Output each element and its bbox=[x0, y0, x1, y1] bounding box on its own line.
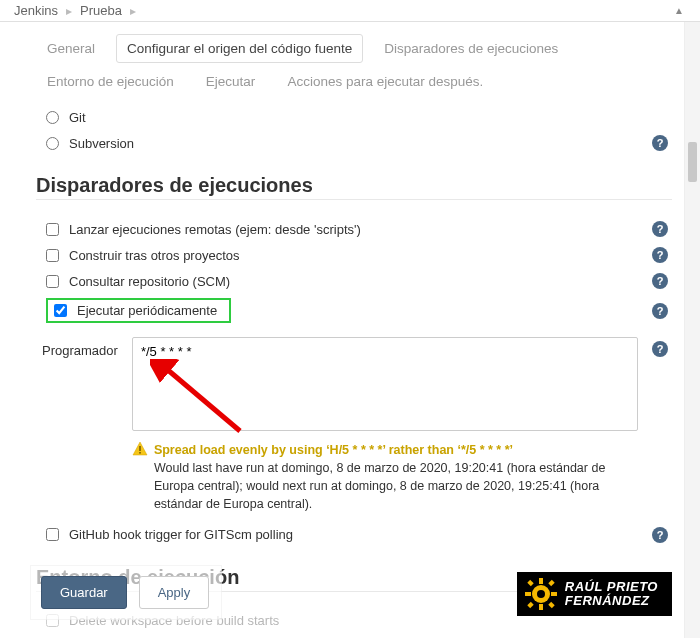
help-icon[interactable]: ? bbox=[652, 135, 668, 151]
svg-rect-10 bbox=[527, 602, 533, 608]
trigger-after-label: Construir tras otros proyectos bbox=[69, 248, 652, 263]
breadcrumb-root[interactable]: Jenkins bbox=[10, 3, 62, 18]
help-icon[interactable]: ? bbox=[652, 303, 668, 319]
help-icon[interactable]: ? bbox=[652, 273, 668, 289]
chevron-right-icon: ▸ bbox=[62, 4, 76, 18]
schedule-label: Programador bbox=[42, 337, 118, 358]
svg-rect-7 bbox=[551, 592, 557, 596]
author-logo: RAÚL PRIETO FERNÁNDEZ bbox=[517, 572, 672, 616]
svg-rect-4 bbox=[539, 578, 543, 584]
scm-svn-label: Subversion bbox=[69, 136, 652, 151]
trigger-periodic-row[interactable]: Ejecutar periódicamente ? bbox=[36, 294, 672, 327]
tab-execute[interactable]: Ejecutar bbox=[195, 67, 267, 96]
svg-rect-6 bbox=[525, 592, 531, 596]
trigger-periodic-label: Ejecutar periódicamente bbox=[77, 303, 223, 318]
scm-svn-row[interactable]: Subversion ? bbox=[36, 130, 672, 156]
trigger-remote-label: Lanzar ejecuciones remotas (ejem: desde … bbox=[69, 222, 652, 237]
save-button[interactable]: Guardar bbox=[41, 576, 127, 609]
svg-rect-11 bbox=[548, 602, 554, 608]
chevron-right-icon: ▸ bbox=[126, 4, 140, 18]
help-icon[interactable]: ? bbox=[652, 341, 668, 357]
tab-general[interactable]: General bbox=[36, 34, 106, 63]
trigger-poll-label: Consultar repositorio (SCM) bbox=[69, 274, 652, 289]
tab-post-actions[interactable]: Acciones para ejecutar después. bbox=[276, 67, 494, 96]
trigger-remote-checkbox[interactable] bbox=[46, 223, 59, 236]
svg-rect-2 bbox=[139, 452, 141, 454]
svg-rect-1 bbox=[139, 446, 141, 451]
scm-git-row[interactable]: Git bbox=[36, 104, 672, 130]
svg-rect-5 bbox=[539, 604, 543, 610]
vertical-scrollbar[interactable] bbox=[684, 22, 700, 638]
help-icon[interactable]: ? bbox=[652, 527, 668, 543]
help-icon[interactable]: ? bbox=[652, 247, 668, 263]
tab-triggers[interactable]: Disparadores de ejecuciones bbox=[373, 34, 569, 63]
tab-environment[interactable]: Entorno de ejecución bbox=[36, 67, 185, 96]
scm-git-radio[interactable] bbox=[46, 111, 59, 124]
periodic-highlight: Ejecutar periódicamente bbox=[46, 298, 231, 323]
apply-button[interactable]: Apply bbox=[139, 576, 210, 609]
tab-source[interactable]: Configurar el origen del código fuente bbox=[116, 34, 363, 63]
scm-git-label: Git bbox=[69, 110, 672, 125]
trigger-github-checkbox[interactable] bbox=[46, 528, 59, 541]
scm-svn-radio[interactable] bbox=[46, 137, 59, 150]
trigger-github-label: GitHub hook trigger for GITScm polling bbox=[69, 527, 652, 542]
scrollbar-thumb[interactable] bbox=[688, 142, 697, 182]
trigger-github-row[interactable]: GitHub hook trigger for GITScm polling ? bbox=[36, 522, 672, 548]
footer-actions: Guardar Apply bbox=[30, 565, 222, 620]
logo-line1: RAÚL PRIETO bbox=[565, 580, 658, 594]
breadcrumb: Jenkins ▸ Prueba ▸ ▲ bbox=[0, 0, 700, 22]
trigger-poll-row[interactable]: Consultar repositorio (SCM) ? bbox=[36, 268, 672, 294]
help-icon[interactable]: ? bbox=[652, 221, 668, 237]
svg-rect-9 bbox=[548, 580, 554, 586]
config-tabs: General Configurar el origen del código … bbox=[36, 22, 672, 104]
scroll-top-icon[interactable]: ▲ bbox=[670, 5, 690, 16]
trigger-after-checkbox[interactable] bbox=[46, 249, 59, 262]
logo-line2: FERNÁNDEZ bbox=[565, 594, 658, 608]
svg-point-12 bbox=[537, 590, 545, 598]
schedule-warning: Spread load evenly by using ‘H/5 * * * *… bbox=[132, 441, 638, 514]
trigger-remote-row[interactable]: Lanzar ejecuciones remotas (ejem: desde … bbox=[36, 216, 672, 242]
warning-icon bbox=[132, 441, 148, 457]
section-triggers-title: Disparadores de ejecuciones bbox=[36, 174, 672, 200]
trigger-periodic-checkbox[interactable] bbox=[54, 304, 67, 317]
warning-body: Would last have run at domingo, 8 de mar… bbox=[154, 461, 605, 511]
schedule-textarea[interactable] bbox=[132, 337, 638, 431]
warning-bold: Spread load evenly by using ‘H/5 * * * *… bbox=[154, 443, 513, 457]
svg-rect-8 bbox=[527, 580, 533, 586]
trigger-after-row[interactable]: Construir tras otros proyectos ? bbox=[36, 242, 672, 268]
trigger-poll-checkbox[interactable] bbox=[46, 275, 59, 288]
breadcrumb-item[interactable]: Prueba bbox=[76, 3, 126, 18]
gear-icon bbox=[525, 578, 557, 610]
schedule-block: Programador bbox=[42, 337, 672, 514]
